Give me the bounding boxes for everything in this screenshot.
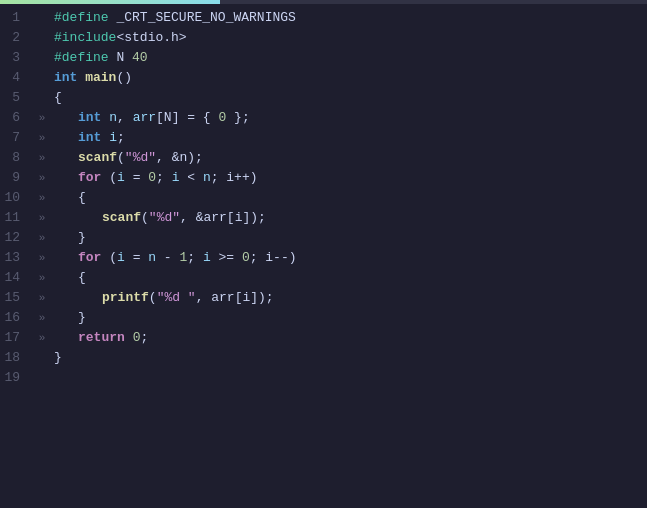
token-plain: , arr[i]); [196,288,274,308]
arrow-cell [30,68,54,88]
token-num: 0 [242,248,250,268]
arrow-cell [30,348,54,368]
token-plain: < [179,168,202,188]
token-num: 0 [133,328,141,348]
line-number: 6 [4,108,26,128]
arrow-cell: » [30,308,54,328]
token-plain: } [78,308,86,328]
token-kw-int: int [78,108,101,128]
code-lines: #define _CRT_SECURE_NO_WARNINGS#include<… [54,8,647,508]
arrows-col: »»»»»»»»»»»» [30,8,54,508]
token-plain: _CRT_SECURE_NO_WARNINGS [116,8,295,28]
token-plain: } [78,228,86,248]
token-str-magenta: "%d" [125,148,156,168]
arrow-cell [30,48,54,68]
token-plain: ; [156,168,172,188]
arrow-cell: » [30,328,54,348]
progress-bar [0,0,220,4]
token-kw-int: int [54,68,77,88]
arrow-cell: » [30,188,54,208]
arrow-cell: » [30,268,54,288]
token-plain: ( [141,208,149,228]
editor: 12345678910111213141516171819 »»»»»»»»»»… [0,0,647,508]
token-plain: ( [101,168,117,188]
token-var: i [117,248,125,268]
token-plain [109,48,117,68]
token-plain: ( [101,248,117,268]
line-numbers: 12345678910111213141516171819 [0,8,30,508]
token-fn-yellow: main [85,68,116,88]
code-line: scanf("%d", &arr[i]); [54,208,639,228]
arrow-cell [30,8,54,28]
line-number: 5 [4,88,26,108]
token-plain: } [54,348,62,368]
code-line: for (i = 0; i < n; i++) [54,168,639,188]
token-plain: ( [149,288,157,308]
arrow-cell: » [30,208,54,228]
code-line: } [54,348,639,368]
code-line: #define _CRT_SECURE_NO_WARNINGS [54,8,639,28]
line-number: 7 [4,128,26,148]
line-number: 4 [4,68,26,88]
token-plain: ( [117,148,125,168]
code-line: scanf("%d", &n); [54,148,639,168]
token-var: arr [133,108,156,128]
token-plain: , &arr[i]); [180,208,266,228]
token-plain [77,68,85,88]
arrow-cell: » [30,128,54,148]
arrow-cell: » [30,108,54,128]
code-line: { [54,88,639,108]
token-fn-yellow: scanf [102,208,141,228]
line-number: 9 [4,168,26,188]
code-line: return 0; [54,328,639,348]
line-number: 10 [4,188,26,208]
token-num: 1 [179,248,187,268]
line-number: 1 [4,8,26,28]
token-plain: <stdio.h> [116,28,186,48]
code-line: #include<stdio.h> [54,28,639,48]
token-plain: { [78,268,86,288]
arrow-cell [30,88,54,108]
token-str-magenta: "%d" [149,208,180,228]
line-number: 18 [4,348,26,368]
token-var: i [172,168,180,188]
code-line [54,368,639,388]
token-plain [125,328,133,348]
token-plain: () [116,68,132,88]
token-plain: N [116,48,132,68]
token-kw-int: int [78,128,101,148]
line-number: 17 [4,328,26,348]
token-kw-include: #include [54,28,116,48]
token-plain: ; [187,248,203,268]
line-number: 3 [4,48,26,68]
token-var: i [117,168,125,188]
arrow-cell: » [30,248,54,268]
line-number: 14 [4,268,26,288]
line-number: 13 [4,248,26,268]
token-plain: ; i--) [250,248,297,268]
code-line: int main() [54,68,639,88]
token-plain: ; [117,128,125,148]
token-str-magenta: "%d " [157,288,196,308]
token-plain: [N] = { [156,108,218,128]
token-plain [101,108,109,128]
token-plain [101,128,109,148]
code-line: int n, arr[N] = { 0 }; [54,108,639,128]
token-var: n [109,108,117,128]
token-var: n [148,248,156,268]
token-var: n [203,168,211,188]
arrow-cell: » [30,228,54,248]
token-plain: }; [226,108,249,128]
code-line: for (i = n - 1; i >= 0; i--) [54,248,639,268]
line-number: 15 [4,288,26,308]
token-plain: ; i++) [211,168,258,188]
token-plain: , [117,108,133,128]
code-line: #define N 40 [54,48,639,68]
arrow-cell: » [30,168,54,188]
line-number: 11 [4,208,26,228]
token-num: 0 [218,108,226,128]
line-number: 12 [4,228,26,248]
token-var: i [109,128,117,148]
line-number: 16 [4,308,26,328]
token-kw-for: for [78,168,101,188]
